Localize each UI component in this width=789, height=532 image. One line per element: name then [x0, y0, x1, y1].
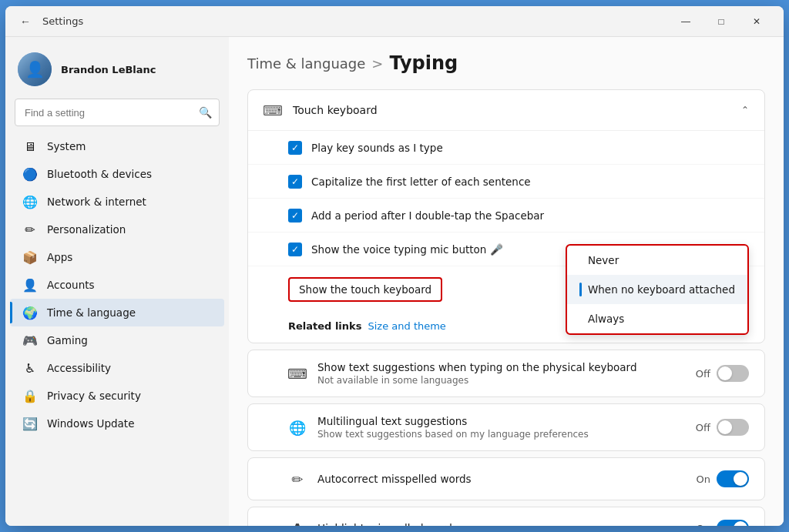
search-icon: 🔍 — [199, 106, 212, 119]
checkbox-capitalize[interactable] — [288, 175, 302, 189]
sidebar-item-label: System — [47, 140, 86, 152]
accessibility-icon: ♿ — [22, 360, 38, 376]
highlight-misspelled-toggle-label: On — [697, 523, 710, 527]
search-input[interactable] — [15, 99, 220, 126]
sidebar: Brandon LeBlanc 🔍 🖥 System 🔵 Bluetooth &… — [5, 37, 229, 526]
checkbox-play-key-sounds[interactable] — [288, 141, 302, 155]
sidebar-item-label: Time & language — [47, 306, 136, 319]
text-suggestions-toggle[interactable] — [717, 365, 749, 382]
breadcrumb-separator: > — [371, 55, 383, 72]
sidebar-item-accessibility[interactable]: ♿ Accessibility — [10, 354, 224, 382]
multilingual-text: Multilingual text suggestions Show text … — [317, 415, 685, 440]
highlight-misspelled-toggle-group: On — [697, 520, 749, 526]
no-indicator — [579, 312, 582, 326]
text-suggestions-subtitle: Not available in some languages — [317, 375, 685, 386]
breadcrumb: Time & language > Typing — [247, 52, 765, 74]
autocorrect-card: ✏ Autocorrect misspelled words On — [247, 457, 765, 500]
checkbox-voice-typing[interactable] — [288, 243, 302, 256]
touch-keyboard-card: ⌨ Touch keyboard ⌃ Play key sounds as I … — [247, 89, 765, 343]
dropdown-option-when-no-keyboard[interactable]: When no keyboard attached — [567, 275, 747, 304]
multilingual-card: 🌐 Multilingual text suggestions Show tex… — [247, 403, 765, 451]
sidebar-item-network[interactable]: 🌐 Network & internet — [10, 188, 224, 216]
sidebar-item-label: Personalization — [47, 223, 126, 236]
highlight-misspelled-title: Highlight misspelled words — [317, 522, 686, 526]
touch-keyboard-body: Play key sounds as I type Capitalize the… — [248, 130, 764, 343]
no-indicator — [579, 253, 582, 267]
multilingual-subtitle: Show text suggestions based on my langua… — [317, 429, 685, 440]
active-indicator — [10, 302, 12, 323]
sidebar-item-label: Gaming — [47, 334, 88, 346]
back-icon: ← — [20, 15, 31, 28]
sidebar-item-system[interactable]: 🖥 System — [10, 132, 224, 160]
highlight-misspelled-card: A̲ Highlight misspelled words On — [247, 507, 765, 526]
touch-keyboard-dropdown: Never When no keyboard attached Always — [566, 244, 749, 335]
size-and-theme-link[interactable]: Size and theme — [368, 320, 445, 332]
setting-row-capitalize: Capitalize the first letter of each sent… — [248, 165, 764, 199]
apps-icon: 📦 — [22, 249, 38, 265]
maximize-button[interactable]: □ — [703, 6, 739, 37]
personalization-icon: ✏️ — [22, 222, 38, 237]
autocorrect-toggle[interactable] — [717, 470, 749, 487]
sidebar-item-gaming[interactable]: 🎮 Gaming — [10, 326, 224, 354]
sidebar-item-personalization[interactable]: ✏️ Personalization — [10, 216, 224, 243]
autocorrect-toggle-label: On — [697, 473, 710, 485]
chevron-up-icon: ⌃ — [741, 105, 749, 115]
back-button[interactable]: ← — [15, 11, 36, 32]
sidebar-item-accounts[interactable]: 👤 Accounts — [10, 271, 224, 299]
option-label-always: Always — [588, 313, 624, 325]
text-suggestions-card: ⌨ Show text suggestions when typing on t… — [247, 350, 765, 397]
window-controls: — □ ✕ — [668, 6, 774, 37]
autocorrect-text: Autocorrect misspelled words — [317, 473, 686, 485]
autocorrect-icon: ✏ — [288, 470, 307, 488]
highlight-misspelled-icon: A̲ — [288, 519, 307, 526]
multilingual-toggle[interactable] — [717, 419, 749, 436]
sidebar-item-privacy-security[interactable]: 🔒 Privacy & security — [10, 382, 224, 410]
setting-label-period: Add a period after I double-tap the Spac… — [311, 209, 749, 222]
dropdown-option-always[interactable]: Always — [567, 304, 747, 333]
setting-label-capitalize: Capitalize the first letter of each sent… — [311, 176, 749, 188]
dropdown-option-never[interactable]: Never — [567, 246, 747, 275]
autocorrect-row: ✏ Autocorrect misspelled words On — [248, 458, 764, 500]
autocorrect-title: Autocorrect misspelled words — [317, 473, 686, 485]
user-profile: Brandon LeBlanc — [5, 46, 229, 99]
minimize-button[interactable]: — — [668, 6, 703, 37]
sidebar-item-label: Bluetooth & devices — [47, 168, 152, 180]
sidebar-item-apps[interactable]: 📦 Apps — [10, 243, 224, 271]
text-suggestions-title: Show text suggestions when typing on the… — [317, 361, 685, 373]
text-suggestions-toggle-label: Off — [696, 368, 710, 380]
gaming-icon: 🎮 — [22, 333, 38, 348]
settings-window: ← Settings — □ ✕ Brandon LeBlanc 🔍 — [5, 6, 784, 526]
autocorrect-toggle-group: On — [697, 470, 749, 487]
multilingual-title: Multilingual text suggestions — [317, 415, 685, 427]
setting-row-play-key-sounds: Play key sounds as I type — [248, 131, 764, 165]
checkbox-period[interactable] — [288, 209, 302, 223]
text-suggestions-text: Show text suggestions when typing on the… — [317, 361, 685, 386]
time-language-icon: 🌍 — [22, 305, 38, 320]
breadcrumb-parent[interactable]: Time & language — [247, 55, 365, 72]
sidebar-item-label: Apps — [47, 251, 72, 263]
highlight-misspelled-toggle[interactable] — [717, 520, 749, 526]
highlight-misspelled-text: Highlight misspelled words — [317, 522, 686, 526]
keyboard-icon: ⌨ — [264, 101, 282, 119]
sidebar-item-label: Network & internet — [47, 196, 146, 208]
sidebar-item-bluetooth[interactable]: 🔵 Bluetooth & devices — [10, 160, 224, 188]
multilingual-icon: 🌐 — [288, 418, 307, 437]
sidebar-item-windows-update[interactable]: 🔄 Windows Update — [10, 410, 224, 437]
titlebar: ← Settings — □ ✕ — [5, 6, 784, 37]
search-box: 🔍 — [15, 99, 220, 126]
setting-row-period: Add a period after I double-tap the Spac… — [248, 199, 764, 233]
highlight-misspelled-row: A̲ Highlight misspelled words On — [248, 507, 764, 526]
option-label-never: Never — [588, 254, 619, 266]
window-title: Settings — [42, 15, 83, 27]
multilingual-toggle-label: Off — [696, 422, 710, 433]
sidebar-item-time-language[interactable]: 🌍 Time & language — [10, 299, 224, 326]
touch-keyboard-header[interactable]: ⌨ Touch keyboard ⌃ — [248, 90, 764, 130]
main-content: Time & language > Typing ⌨ Touch keyboar… — [229, 37, 784, 526]
content-area: Brandon LeBlanc 🔍 🖥 System 🔵 Bluetooth &… — [5, 37, 784, 526]
setting-label-play-key-sounds: Play key sounds as I type — [311, 142, 749, 154]
option-label-when-no-keyboard: When no keyboard attached — [588, 283, 735, 296]
text-suggestions-toggle-group: Off — [696, 365, 749, 382]
show-touch-keyboard-label[interactable]: Show the touch keyboard — [288, 277, 442, 302]
close-button[interactable]: ✕ — [739, 6, 774, 37]
sidebar-item-label: Privacy & security — [47, 390, 141, 402]
